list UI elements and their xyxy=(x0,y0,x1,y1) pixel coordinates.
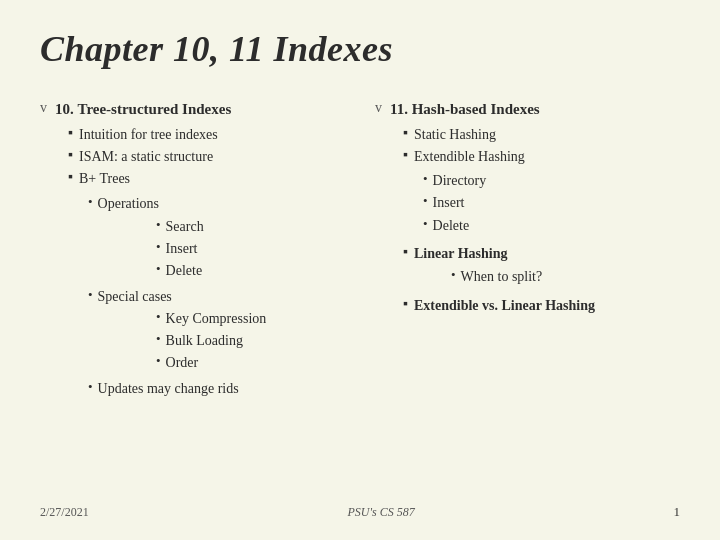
sq-bullet-static: ▪ xyxy=(403,125,408,141)
op-search: Search xyxy=(166,217,204,237)
right-bullet-v: v xyxy=(375,100,382,116)
right-column: v 11. Hash-based Indexes ▪ Static Hashin… xyxy=(365,98,680,492)
op-insert: Insert xyxy=(166,239,198,259)
special-keycomp: Key Compression xyxy=(166,309,267,329)
dot-updates: • xyxy=(88,379,93,395)
special-items: • Key Compression • Bulk Loading • Order xyxy=(156,309,345,374)
list-item: • Delete xyxy=(156,261,345,281)
slide-footer: 2/27/2021 PSU's CS 587 1 xyxy=(40,500,680,520)
dot-search: • xyxy=(156,217,161,233)
list-item: ▪ Static Hashing xyxy=(403,125,680,145)
item-when-split: When to split? xyxy=(461,267,543,287)
sq-bullet-3: ▪ xyxy=(68,169,73,185)
dot-directory: • xyxy=(423,171,428,187)
item-r-delete: Delete xyxy=(433,216,470,236)
item-r-insert: Insert xyxy=(433,193,465,213)
dot-when-split: • xyxy=(451,267,456,283)
left-section-header: v 10. Tree-structured Indexes xyxy=(40,98,345,121)
dot-r-insert: • xyxy=(423,193,428,209)
dot-r-delete: • xyxy=(423,216,428,232)
right-section-header: v 11. Hash-based Indexes xyxy=(375,98,680,121)
left-bullet-v: v xyxy=(40,100,47,116)
item-directory: Directory xyxy=(433,171,487,191)
list-item: ▪ Extendible vs. Linear Hashing xyxy=(403,296,680,316)
list-item: ▪ B+ Trees xyxy=(68,169,345,189)
linear-hashing-section: ▪ Linear Hashing • When to split? xyxy=(403,244,680,288)
list-item: • Order xyxy=(156,353,345,373)
item-linear-hashing: Linear Hashing xyxy=(414,244,508,264)
right-section-name: Hash-based Indexes xyxy=(412,101,540,117)
footer-page: 1 xyxy=(673,504,680,520)
updates-text: Updates may change rids xyxy=(98,379,239,399)
dot-insert: • xyxy=(156,239,161,255)
operations-items: • Search • Insert • Delete xyxy=(156,217,345,282)
operations-header-row: • Operations xyxy=(88,194,345,214)
list-item: • Insert xyxy=(423,193,680,213)
dot-bullet-ops: • xyxy=(88,194,93,210)
right-main-items: ▪ Static Hashing ▪ Extendible Hashing xyxy=(403,125,680,168)
list-item: • When to split? xyxy=(451,267,680,287)
extendible-vs-section: ▪ Extendible vs. Linear Hashing xyxy=(403,296,680,316)
sq-bullet-2: ▪ xyxy=(68,147,73,163)
operations-header: Operations xyxy=(98,194,159,214)
updates-section: • Updates may change rids xyxy=(88,379,345,399)
dot-keycomp: • xyxy=(156,309,161,325)
left-section-num: 10. xyxy=(55,101,74,117)
special-cases-section: • Special cases • Key Compression • Bulk… xyxy=(88,287,345,374)
footer-date: 2/27/2021 xyxy=(40,505,89,520)
dot-delete: • xyxy=(156,261,161,277)
dot-order: • xyxy=(156,353,161,369)
item-bplus: B+ Trees xyxy=(79,169,130,189)
dot-special: • xyxy=(88,287,93,303)
left-column: v 10. Tree-structured Indexes ▪ Intuitio… xyxy=(40,98,355,492)
item-extendible-vs: Extendible vs. Linear Hashing xyxy=(414,296,595,316)
list-item: ▪ Linear Hashing xyxy=(403,244,680,264)
list-item: ▪ ISAM: a static structure xyxy=(68,147,345,167)
op-delete: Delete xyxy=(166,261,203,281)
list-item: • Directory xyxy=(423,171,680,191)
right-section-title: 11. Hash-based Indexes xyxy=(390,98,540,121)
sq-bullet-linear: ▪ xyxy=(403,244,408,260)
special-bulk: Bulk Loading xyxy=(166,331,243,351)
slide-title: Chapter 10, 11 Indexes xyxy=(40,28,680,70)
sq-bullet-1: ▪ xyxy=(68,125,73,141)
left-items: ▪ Intuition for tree indexes ▪ ISAM: a s… xyxy=(68,125,345,190)
dot-bulk: • xyxy=(156,331,161,347)
footer-course: PSU's CS 587 xyxy=(347,505,414,520)
list-item: • Key Compression xyxy=(156,309,345,329)
special-cases-header-row: • Special cases xyxy=(88,287,345,307)
item-extendible-hashing: Extendible Hashing xyxy=(414,147,525,167)
extendible-sub-items: • Directory • Insert • Delete xyxy=(423,171,680,236)
right-section-num: 11. xyxy=(390,101,408,117)
list-item: ▪ Extendible Hashing xyxy=(403,147,680,167)
item-static-hashing: Static Hashing xyxy=(414,125,496,145)
left-section-name: Tree-structured Indexes xyxy=(78,101,232,117)
list-item: • Bulk Loading xyxy=(156,331,345,351)
special-cases-header: Special cases xyxy=(98,287,172,307)
operations-section: • Operations • Search • Insert • Delete xyxy=(88,194,345,281)
item-intuition: Intuition for tree indexes xyxy=(79,125,218,145)
left-section-title: 10. Tree-structured Indexes xyxy=(55,98,231,121)
content-area: v 10. Tree-structured Indexes ▪ Intuitio… xyxy=(40,98,680,492)
sq-bullet-extendible: ▪ xyxy=(403,147,408,163)
list-item: • Search xyxy=(156,217,345,237)
item-isam: ISAM: a static structure xyxy=(79,147,213,167)
updates-row: • Updates may change rids xyxy=(88,379,345,399)
list-item: • Insert xyxy=(156,239,345,259)
special-order: Order xyxy=(166,353,199,373)
list-item: • Delete xyxy=(423,216,680,236)
list-item: ▪ Intuition for tree indexes xyxy=(68,125,345,145)
sq-bullet-vs: ▪ xyxy=(403,296,408,312)
slide: Chapter 10, 11 Indexes v 10. Tree-struct… xyxy=(0,0,720,540)
linear-sub-items: • When to split? xyxy=(451,267,680,287)
